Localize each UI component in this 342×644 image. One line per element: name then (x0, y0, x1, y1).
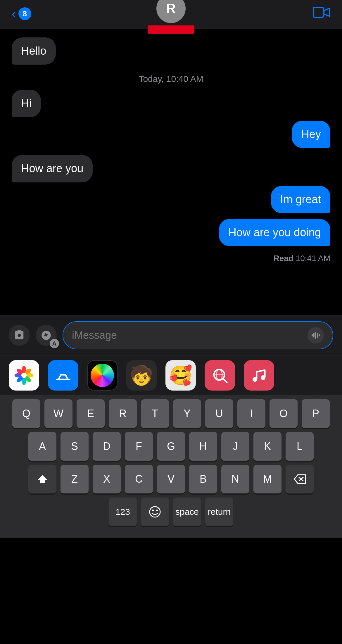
svg-rect-1 (312, 334, 313, 336)
keyboard-bottom-row: 123 space return (4, 498, 338, 526)
appstore-app-icon[interactable] (48, 360, 78, 391)
key-o[interactable]: O (270, 399, 298, 428)
music-app-icon[interactable] (244, 360, 274, 391)
message-bubble: Hello (12, 37, 56, 65)
key-q[interactable]: Q (12, 399, 40, 428)
svg-point-21 (261, 375, 265, 380)
message-bubble: How are you doing (219, 219, 330, 246)
key-b[interactable]: B (189, 465, 217, 493)
key-n[interactable]: N (221, 465, 249, 493)
key-h[interactable]: H (189, 432, 217, 461)
input-bar: A (0, 315, 342, 355)
svg-rect-3 (315, 332, 316, 339)
findmy-icon (91, 364, 114, 387)
avatar: R (156, 0, 186, 23)
memoji1-app-icon[interactable]: 🧒 (126, 360, 157, 391)
video-call-button[interactable] (313, 6, 330, 22)
key-j[interactable]: J (221, 432, 249, 461)
space-key[interactable]: space (173, 498, 201, 526)
key-v[interactable]: V (157, 465, 185, 493)
key-u[interactable]: U (205, 399, 233, 428)
audio-button[interactable] (308, 327, 324, 343)
return-key[interactable]: return (205, 498, 233, 526)
numbers-key[interactable]: 123 (109, 498, 137, 526)
contact-info[interactable]: R (148, 0, 194, 34)
message-bubble: Hey (292, 121, 330, 148)
search-app-icon[interactable] (205, 360, 235, 391)
key-e[interactable]: E (77, 399, 105, 428)
svg-point-20 (253, 377, 257, 382)
key-g[interactable]: G (157, 432, 185, 461)
keyboard: Q W E R T Y U I O P A S D F G H J K L Z … (0, 395, 342, 526)
shift-key[interactable] (28, 465, 56, 493)
key-y[interactable]: Y (173, 399, 201, 428)
key-p[interactable]: P (302, 399, 330, 428)
key-w[interactable]: W (44, 399, 72, 428)
svg-rect-4 (317, 333, 318, 338)
key-l[interactable]: L (286, 432, 314, 461)
read-receipt: Read 10:41 AM (12, 254, 330, 263)
key-a[interactable]: A (28, 432, 56, 461)
svg-rect-2 (313, 333, 315, 338)
svg-point-24 (150, 507, 160, 517)
app-icons-row: 🧒 🥰 (0, 355, 342, 395)
findmy-app-icon[interactable] (87, 360, 118, 391)
timestamp: Today, 10:40 AM (12, 74, 330, 84)
message-bubble: How are you (12, 155, 93, 182)
key-d[interactable]: D (93, 432, 121, 461)
message-input-container[interactable] (63, 321, 333, 349)
app-store-button[interactable]: A (36, 325, 57, 346)
svg-point-25 (152, 510, 154, 511)
camera-button[interactable] (9, 325, 30, 346)
key-z[interactable]: Z (61, 465, 89, 493)
key-c[interactable]: C (125, 465, 153, 493)
contact-name-redacted (148, 25, 194, 34)
memoji2-app-icon[interactable]: 🥰 (165, 360, 196, 391)
key-f[interactable]: F (125, 432, 153, 461)
key-k[interactable]: K (253, 432, 281, 461)
messages-area: Hello Today, 10:40 AM Hi Hey How are you… (0, 29, 342, 315)
photos-app-icon[interactable] (9, 360, 39, 391)
key-s[interactable]: S (61, 432, 89, 461)
keyboard-row-3: Z X C V B N M (4, 465, 338, 493)
key-m[interactable]: M (253, 465, 281, 493)
keyboard-bottom-pad (0, 526, 342, 538)
svg-rect-0 (313, 7, 324, 17)
message-input[interactable] (72, 329, 303, 341)
key-r[interactable]: R (109, 399, 137, 428)
key-t[interactable]: T (141, 399, 169, 428)
key-x[interactable]: X (93, 465, 121, 493)
navigation-bar: ‹ 8 R (0, 0, 342, 29)
svg-point-15 (21, 373, 27, 378)
svg-point-26 (156, 510, 158, 511)
chevron-left-icon: ‹ (12, 7, 16, 20)
message-bubble: Hi (12, 90, 41, 117)
back-button[interactable]: ‹ 8 (12, 7, 31, 20)
delete-key[interactable] (286, 465, 314, 493)
keyboard-row-1: Q W E R T Y U I O P (4, 399, 338, 428)
keyboard-row-2: A S D F G H J K L (4, 432, 338, 461)
svg-rect-5 (319, 334, 320, 336)
message-bubble: Im great (271, 186, 330, 213)
key-i[interactable]: I (237, 399, 265, 428)
emoji-key[interactable] (141, 498, 169, 526)
back-badge: 8 (18, 7, 31, 20)
